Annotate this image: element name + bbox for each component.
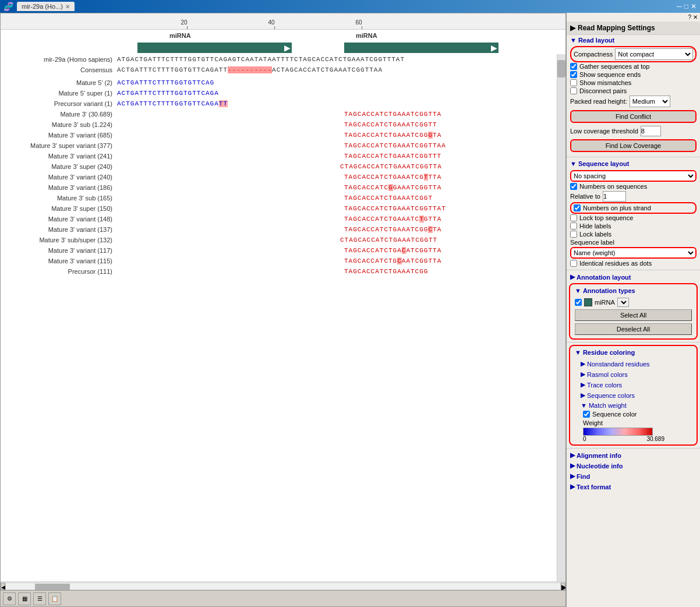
sequence-scroll-area[interactable]: mir-29a (Homo sapiens) ATGACTGATTTCTTTTG… [1,54,565,581]
numbers-plus-strand-label: Numbers on plus strand [583,204,651,211]
find-conflict-button[interactable]: Find Conflict [570,110,697,123]
seq-label-precursor-111: Precursor (111) [1,266,117,277]
weight-row: Weight [583,418,692,428]
deselect-all-button[interactable]: Deselect All [575,323,692,335]
mirna-type-row: miRNA ▼ [575,297,692,308]
sequence-label-select[interactable]: Name (weight) Name Weight [570,247,697,259]
seq-label-mature3-var-241: Mature 3' variant (241) [1,151,117,161]
weight-max: 30.689 [646,436,664,442]
sequence-layout-section: ▼ Sequence layout No spacing Small spaci… [567,158,700,269]
mv117-main: TAGCACCATCTGA [344,247,402,254]
show-mismatches-checkbox[interactable] [570,79,577,86]
annotation-layout-header[interactable]: ▶ Annotation layout [567,271,700,282]
close-window-button[interactable]: ✕ [691,2,697,10]
alignment-info-header[interactable]: ▶ Alignment info [567,450,700,460]
nonstandard-header[interactable]: ▶ Nonstandard residues [575,358,692,369]
scroll-left-btn[interactable]: ◀ [1,583,5,590]
mv240-end: TTA [428,174,441,181]
seq-label-mature3-super-var-377: Mature 3' super variant (377) [1,140,117,151]
text-format-header[interactable]: ▶ Text format [567,481,700,492]
close-tab-button[interactable]: ✕ [65,3,70,10]
minimize-button[interactable]: ─ [677,2,682,10]
scroll-thumb[interactable] [557,60,565,77]
scroll-thumb-h[interactable] [35,584,70,590]
match-weight-arrow: ▼ [581,402,587,409]
select-all-button[interactable]: Select All [575,309,692,321]
horizontal-scrollbar[interactable]: ◀ ▶ [1,581,565,590]
lock-top-seq-checkbox[interactable] [570,214,577,221]
mv186-main: TAGCACCATC [344,184,388,191]
sequence-colors-header[interactable]: ▶ Sequence colors [575,390,692,400]
seq-label-mature3-var-137: Mature 3' variant (137) [1,224,117,235]
vertical-scrollbar[interactable] [557,54,565,581]
trace-header[interactable]: ▶ Trace colors [575,379,692,390]
panel-icon-close[interactable]: ✕ [693,14,698,20]
sequence-color-checkbox[interactable] [583,411,590,418]
numbers-plus-strand-row: Numbers on plus strand [570,202,697,214]
lock-top-seq-label: Lock top sequence [579,214,633,221]
mv186-hi: G [388,184,393,191]
maximize-button[interactable]: □ [684,2,688,10]
gather-sequences-row: Gather sequences at top [570,62,697,70]
show-seq-ends-checkbox[interactable] [570,71,577,78]
panel-header-arrow: ▶ [570,24,575,32]
seq-content-mature3-super-var-377: TAGCACCATCTGAAATCGGTTAA [117,140,446,151]
disconnect-pairs-checkbox[interactable] [570,87,577,94]
seq-row-mature3-var-240: Mature 3' variant (240) TAGCACCATCTGAAAT… [1,172,557,182]
gather-sequences-checkbox[interactable] [570,63,577,70]
mirna-dropdown[interactable]: ▼ [617,298,629,307]
compactness-select[interactable]: Not compact Compact Packed [615,48,693,60]
mirna-checkbox[interactable] [575,299,582,306]
title-tab[interactable]: mir-29a (Ho...) ✕ [17,2,75,11]
sequence-layout-header[interactable]: ▼ Sequence layout [567,158,700,168]
toolbar-btn-3[interactable]: ☰ [33,592,46,605]
scroll-track[interactable] [5,583,561,590]
residue-coloring-header[interactable]: ▼ Residue coloring [571,347,695,357]
read-layout-header[interactable]: ▼ Read layout [567,35,700,45]
find-low-coverage-button[interactable]: Find Low Coverage [570,139,697,152]
nucleotide-info-header[interactable]: ▶ Nucleotide info [567,460,700,471]
packed-read-height-select[interactable]: Medium Small Large [630,96,670,107]
mv115-main: TAGCACCATCTG [344,257,397,264]
annotation-types-header[interactable]: ▼ Annotation types [571,285,695,295]
annotation-layout-section: ▶ Annotation layout [567,271,700,282]
relative-to-input[interactable] [603,191,626,202]
seq-row-mature3-super-240: Mature 3' super (240) CTAGCACCATCTGAAATC… [1,161,557,172]
lock-labels-checkbox[interactable] [570,231,577,238]
text-format-label: Text format [577,484,611,490]
mv115-end: AATCGGTTA [402,257,441,264]
residue-coloring-content: ▶ Nonstandard residues ▶ Rasmol colors ▶… [571,357,695,443]
find-header[interactable]: ▶ Find [567,471,700,481]
hide-labels-checkbox[interactable] [570,223,577,230]
toolbar-btn-2[interactable]: ▦ [18,592,31,605]
toolbar-btn-1[interactable]: ⚙ [3,592,16,605]
ruler-tick-60: 60 [362,26,362,29]
numbers-on-seq-checkbox[interactable] [570,183,577,190]
lock-top-seq-row: Lock top sequence [570,214,697,222]
low-coverage-threshold-input[interactable] [641,126,661,136]
scroll-right-btn[interactable]: ▶ [561,583,565,590]
identical-residues-row: Identical residues as dots [570,259,697,267]
disconnect-pairs-row: Disconnect pairs [570,87,697,95]
weight-labels: 0 30.689 [583,436,664,442]
nucleotide-info-label: Nucleotide info [577,463,623,470]
rasmol-header[interactable]: ▶ Rasmol colors [575,369,692,379]
identical-residues-checkbox[interactable] [570,260,577,267]
find-conflict-wrapper: Find Conflict [570,109,697,124]
toolbar-btn-4[interactable]: 📋 [48,592,61,605]
spacing-select[interactable]: No spacing Small spacing Medium spacing [570,170,697,182]
annotation-types-label: Annotation types [583,287,635,294]
sequence-color-row: Sequence color [583,410,692,418]
panel-icon-help[interactable]: ? [688,14,691,20]
numbers-plus-strand-checkbox[interactable] [574,204,581,211]
disconnect-pairs-label: Disconnect pairs [579,87,627,94]
text-format-arrow: ▶ [570,483,575,490]
match-weight-header[interactable]: ▼ Match weight [575,400,692,410]
identical-residues-label: Identical residues as dots [579,260,652,267]
sequence-rows: mir-29a (Homo sapiens) ATGACTGATTTCTTTTG… [1,54,557,581]
pv1-highlight: TT [219,100,228,107]
seq-row-mature3-var-685: Mature 3' variant (685) TAGCACCATCTGAAAT… [1,130,557,140]
consensus-label: Consensus [1,65,117,75]
color-gradient [583,428,653,436]
main-area: 20 40 60 miRNA miRNA [0,13,700,607]
